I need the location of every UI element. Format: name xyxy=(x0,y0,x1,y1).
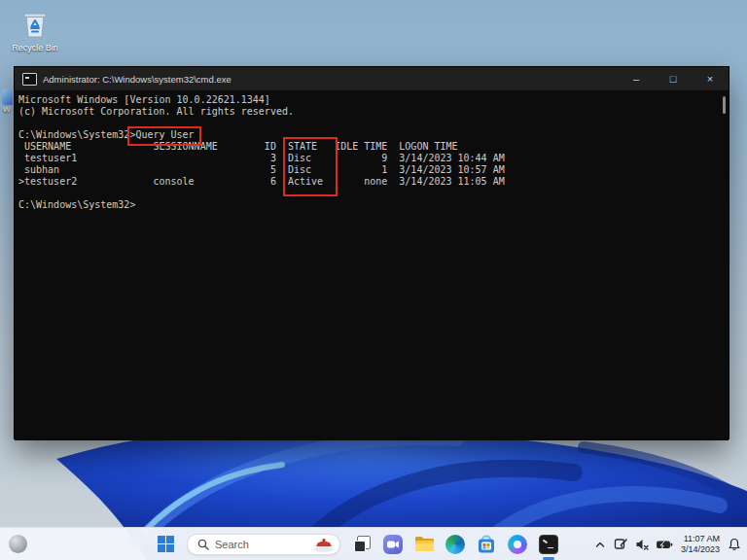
terminal-output[interactable]: Microsoft Windows [Version 10.0.22621.13… xyxy=(15,90,729,440)
copilot-button[interactable] xyxy=(506,533,529,556)
desktop: Recycle Bin W Administrator: C:\Windows\… xyxy=(0,0,747,560)
pen-icon xyxy=(614,537,628,551)
copilot-icon xyxy=(508,535,527,554)
store-icon xyxy=(477,535,496,554)
battery-tray-button[interactable] xyxy=(656,536,673,553)
battery-icon xyxy=(656,539,673,550)
tray-date: 3/14/2023 xyxy=(681,544,720,555)
file-explorer-button[interactable] xyxy=(412,533,436,556)
widgets-weather-icon xyxy=(9,535,27,553)
minimize-button[interactable]: – xyxy=(618,67,655,90)
app-icon xyxy=(2,89,13,105)
hidden-icons-button[interactable] xyxy=(591,536,609,553)
cmd-window: Administrator: C:\Windows\system32\cmd.e… xyxy=(14,66,729,439)
notification-bell-icon xyxy=(728,538,741,551)
terminal-text: Microsoft Windows [Version 10.0.22621.13… xyxy=(15,90,729,211)
system-tray: 11:07 AM 3/14/2023 xyxy=(589,534,747,554)
volume-muted-icon xyxy=(635,538,651,551)
maximize-button[interactable]: □ xyxy=(655,67,692,90)
chat-button[interactable] xyxy=(381,533,405,556)
volume-tray-button[interactable] xyxy=(634,536,652,553)
pen-tray-button[interactable] xyxy=(613,536,630,553)
chat-icon xyxy=(383,535,403,554)
close-button[interactable]: × xyxy=(692,67,729,90)
task-view-button[interactable] xyxy=(350,533,374,556)
notifications-button[interactable] xyxy=(726,536,743,553)
widgets-icon[interactable] xyxy=(6,533,29,556)
scrollbar-thumb[interactable] xyxy=(723,96,726,114)
desktop-icon-label: Recycle Bin xyxy=(8,43,62,52)
search-input[interactable]: Search xyxy=(187,534,340,555)
desktop-icon-label: W xyxy=(3,105,13,114)
active-app-indicator xyxy=(543,557,554,560)
recycle-bin-icon xyxy=(8,8,62,41)
search-highlight-cake-icon xyxy=(312,536,336,553)
desktop-icon-recycle-bin[interactable]: Recycle Bin xyxy=(8,8,62,52)
chevron-up-icon xyxy=(594,539,606,550)
window-title: Administrator: C:\Windows\system32\cmd.e… xyxy=(43,74,618,85)
taskbar: Search xyxy=(0,527,747,560)
search-placeholder: Search xyxy=(215,539,312,550)
edge-icon xyxy=(445,535,465,554)
tray-time: 11:07 AM xyxy=(681,534,720,544)
cmd-terminal-icon xyxy=(539,535,558,554)
search-icon xyxy=(197,539,209,550)
store-button[interactable] xyxy=(475,533,498,556)
edge-button[interactable] xyxy=(444,533,467,556)
cmd-taskbar-button[interactable] xyxy=(537,533,560,556)
task-view-icon xyxy=(354,536,371,552)
cmd-titlebar[interactable]: Administrator: C:\Windows\system32\cmd.e… xyxy=(15,67,729,90)
windows-logo-icon xyxy=(158,536,174,552)
desktop-icon-partial[interactable]: W xyxy=(0,89,13,122)
start-button[interactable] xyxy=(154,533,177,556)
clock[interactable]: 11:07 AM 3/14/2023 xyxy=(681,534,720,554)
cmd-app-icon xyxy=(22,73,37,86)
file-explorer-icon xyxy=(414,536,435,552)
